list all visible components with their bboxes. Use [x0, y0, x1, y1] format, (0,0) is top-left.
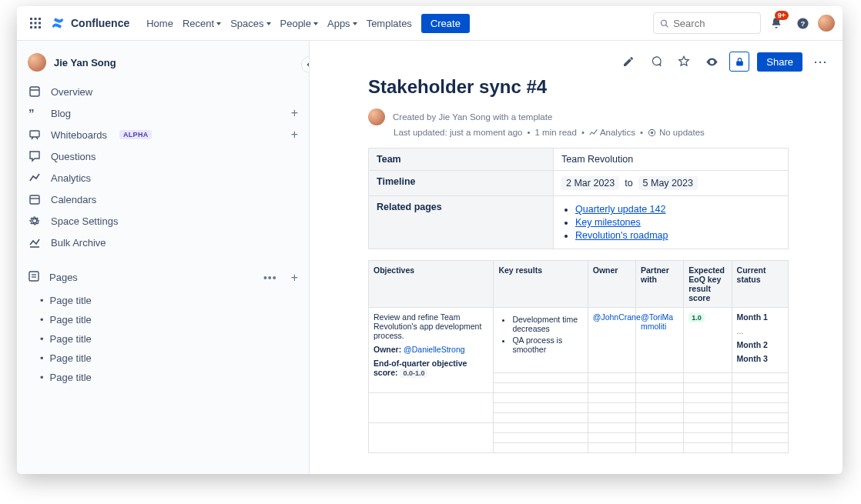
space-avatar: [28, 53, 46, 72]
svg-rect-21: [29, 272, 39, 281]
sidebar-item-label: Blog: [51, 108, 71, 119]
help-icon[interactable]: ?: [792, 12, 813, 34]
main-content: Share ⋯ Stakeholder sync #4 Created by J…: [310, 41, 843, 474]
notification-badge: 9+: [775, 11, 789, 20]
app-switcher-icon[interactable]: [25, 12, 46, 34]
related-link[interactable]: Quarterly update 142: [575, 204, 665, 215]
analytics-icon: [28, 172, 42, 184]
svg-point-25: [651, 131, 653, 133]
analytics-icon: [589, 129, 598, 137]
gear-icon: [28, 215, 42, 227]
obj-header: Objectives: [369, 261, 494, 308]
sidebar-item-analytics[interactable]: Analytics: [17, 167, 309, 189]
star-icon[interactable]: [674, 52, 694, 72]
nav-people[interactable]: People: [276, 15, 323, 32]
page-tree-item[interactable]: Page title: [17, 329, 309, 349]
page-title: Stakeholder sync #4: [368, 76, 789, 98]
nav-templates[interactable]: Templates: [362, 15, 417, 32]
svg-text:?: ?: [800, 20, 805, 28]
restrictions-button[interactable]: [729, 52, 749, 72]
byline: Created by Jie Yan Song with a template: [368, 108, 789, 125]
nav-apps[interactable]: Apps: [323, 15, 362, 32]
product-name[interactable]: Confluence: [71, 17, 129, 29]
pages-header[interactable]: Pages ••• +: [17, 264, 309, 291]
related-link[interactable]: Revolution's roadmap: [575, 230, 668, 241]
updates-icon: [648, 129, 656, 137]
date-from[interactable]: 2 Mar 2023: [561, 176, 619, 190]
objectives-row: Review and refine Team Revolution's app …: [369, 308, 789, 373]
overview-icon: [28, 85, 42, 98]
page-meta-table: Team Team Revolution Timeline 2 Mar 2023…: [368, 148, 789, 249]
share-button[interactable]: Share: [757, 52, 802, 72]
status-line: ...: [737, 326, 783, 335]
svg-rect-7: [35, 26, 37, 28]
more-actions-icon[interactable]: ⋯: [810, 53, 830, 70]
svg-rect-5: [39, 22, 41, 25]
meta-timeline-label: Timeline: [369, 171, 554, 196]
nav-recent[interactable]: Recent: [178, 15, 226, 32]
comment-icon[interactable]: [646, 52, 666, 72]
sidebar: Jie Yan Song Overview”Blog+WhiteboardsAL…: [17, 41, 310, 474]
notifications-icon[interactable]: 9+: [766, 12, 787, 34]
related-link[interactable]: Key milestones: [575, 217, 641, 228]
page-tree-item[interactable]: Page title: [17, 368, 309, 387]
page-tree-item[interactable]: Page title: [17, 291, 309, 310]
nav-home[interactable]: Home: [142, 15, 178, 32]
byline-prefix: Created by: [393, 112, 438, 122]
svg-line-10: [666, 25, 668, 27]
obj-header: Current status: [732, 261, 788, 308]
status-line: Month 1: [737, 312, 783, 322]
svg-rect-1: [35, 18, 37, 20]
svg-rect-3: [30, 22, 32, 25]
page-tree-item[interactable]: Page title: [17, 310, 309, 329]
nav-spaces[interactable]: Spaces: [226, 15, 275, 32]
sidebar-item-questions[interactable]: Questions: [17, 145, 309, 167]
row-partner[interactable]: @ToriMammoliti: [641, 312, 673, 331]
search-input[interactable]: [673, 18, 754, 29]
sidebar-item-whiteboards[interactable]: WhiteboardsALPHA+: [17, 124, 309, 145]
sidebar-item-label: Space Settings: [51, 215, 118, 227]
space-header[interactable]: Jie Yan Song: [17, 48, 309, 81]
sidebar-item-bulk-archive[interactable]: Bulk Archive: [17, 232, 309, 253]
analytics-link[interactable]: Analytics: [589, 128, 635, 137]
pages-more-icon[interactable]: •••: [263, 272, 277, 284]
archive-icon: [28, 236, 42, 249]
svg-rect-13: [30, 87, 39, 96]
sidebar-item-calendars[interactable]: Calendars: [17, 189, 309, 210]
row-owner[interactable]: @JohnCrane: [593, 312, 641, 322]
svg-rect-2: [39, 18, 41, 20]
add-icon[interactable]: +: [291, 106, 298, 120]
blog-icon: ”: [28, 107, 42, 119]
objectives-empty-row: [369, 393, 789, 403]
date-to[interactable]: 5 May 2023: [638, 176, 698, 190]
search-box[interactable]: [653, 12, 761, 34]
profile-avatar[interactable]: [818, 15, 835, 32]
author-avatar[interactable]: [368, 108, 385, 125]
sidebar-item-overview[interactable]: Overview: [17, 81, 309, 102]
row-score: 1.0: [688, 313, 705, 322]
calendar-icon: [28, 193, 42, 205]
meta-related-value: Quarterly update 142Key milestonesRevolu…: [554, 196, 789, 249]
sidebar-item-label: Whiteboards: [51, 129, 107, 141]
status-line: Month 3: [737, 354, 783, 363]
byline-author[interactable]: Jie Yan Song: [438, 112, 490, 122]
sidebar-item-blog[interactable]: ”Blog+: [17, 102, 309, 124]
svg-point-9: [661, 20, 666, 25]
confluence-logo-icon[interactable]: [51, 16, 65, 30]
chevron-down-icon: [353, 22, 357, 25]
svg-rect-8: [39, 26, 41, 28]
updates-status[interactable]: No updates: [648, 128, 705, 137]
edit-icon[interactable]: [618, 52, 638, 72]
svg-rect-6: [30, 26, 32, 28]
watch-icon[interactable]: [702, 52, 722, 72]
sidebar-item-label: Overview: [51, 86, 92, 98]
page-tree-item[interactable]: Page title: [17, 349, 309, 368]
byline-suffix: with a template: [491, 112, 553, 122]
create-button[interactable]: Create: [421, 14, 470, 33]
sidebar-item-space-settings[interactable]: Space Settings: [17, 210, 309, 232]
kr-item: Development time decreases: [512, 315, 582, 333]
search-icon: [660, 18, 668, 28]
obj-owner-mention[interactable]: @DanielleStrong: [404, 345, 465, 354]
pages-add-icon[interactable]: +: [291, 271, 298, 285]
add-icon[interactable]: +: [291, 128, 298, 142]
